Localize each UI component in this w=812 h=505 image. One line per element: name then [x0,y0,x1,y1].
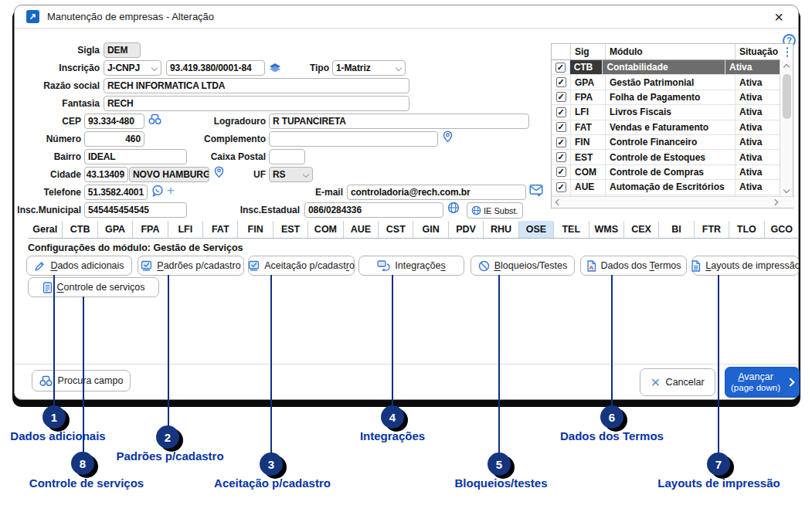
table-row[interactable]: ✓ LFI Livros Fiscais Ativa [552,105,780,120]
tab-tel[interactable]: TEL [554,221,589,238]
annotation-label-8: Controle de serviços [21,476,152,490]
table-row[interactable]: ✓ AUE Automação de Escritórios Ativa [552,180,780,195]
dados-adicionais-button[interactable]: Dados adicionais [26,256,132,276]
tab-gco[interactable]: GCO [765,221,799,238]
tipo-select[interactable]: 1-Matriz [332,60,406,76]
globe-icon[interactable] [447,202,460,214]
tab-gpa[interactable]: GPA [98,221,133,238]
annotation-line-6 [611,275,613,408]
tab-gin[interactable]: GIN [413,221,448,238]
bloqueios-testes-button[interactable]: Bloqueios/Testes [471,256,575,276]
table-row[interactable]: ✓ FAT Vendas e Faturamento Ativa [552,120,780,135]
tab-bi[interactable]: BI [659,221,694,238]
tab-com[interactable]: COM [308,221,343,238]
tab-wms[interactable]: WMS [589,221,624,238]
razao-field[interactable]: RECH INFORMATICA LTDA [104,78,409,93]
add-phone-icon[interactable]: + [167,183,175,198]
tab-fin[interactable]: FIN [238,221,273,238]
email-field[interactable]: controladoria@rech.com.br [347,185,526,200]
cnpj-field[interactable]: 93.419.380/0001-84 [166,60,265,76]
numero-field[interactable]: 460 [84,131,144,147]
vertical-scrollbar[interactable] [780,60,793,197]
horizontal-scrollbar[interactable] [552,196,794,208]
layouts-impressao-button[interactable]: Layouts de impressão [692,256,799,276]
module-checkbox[interactable]: ✓ [556,77,566,87]
aceitacao-cadastro-button[interactable]: Aceitação p/cadastro [248,256,355,276]
binoculars-icon[interactable] [148,114,161,125]
procura-campo-button[interactable]: Procura campo [32,370,131,391]
tab-cst[interactable]: CST [379,221,413,238]
tab-fat[interactable]: FAT [203,221,238,238]
table-row[interactable]: ✓ CTB Contabilidade Ativa [552,60,780,75]
ie-subst-button[interactable]: IE Subst. [467,202,523,219]
dados-termos-button[interactable]: Dados dos Termos [580,256,687,276]
cep-field[interactable]: 93.334-480 [84,114,144,129]
fantasia-field[interactable]: RECH [104,96,409,111]
insc-municipal-field[interactable]: 545445454545 [84,202,187,218]
table-row[interactable]: ✓ EST Controle de Estoques Ativa [552,150,780,164]
location-pin-icon[interactable] [443,130,453,143]
module-checkbox[interactable]: ✓ [556,122,566,132]
telefone-label: Telefone [15,187,81,198]
tab-ose-active[interactable]: OSE [519,221,554,238]
annotation-badge-4: 4 [381,405,404,429]
module-checkbox[interactable]: ✓ [556,107,566,117]
cancelar-button[interactable]: × Cancelar [640,368,715,396]
tab-pdv[interactable]: PDV [449,221,484,238]
table-row[interactable]: ✓ FIN Controle Financeiro Ativa [552,135,780,150]
bairro-field[interactable]: IDEAL [84,149,187,164]
scrollbar-thumb[interactable] [783,74,791,119]
annotation-label-4: Integrações [338,429,447,442]
integracoes-button[interactable]: Integrações [358,256,464,276]
module-checkbox[interactable]: ✓ [555,63,566,73]
module-checkbox[interactable]: ✓ [556,137,566,147]
module-checkbox[interactable]: ✓ [556,92,566,102]
table-menu-icon[interactable] [786,47,789,57]
block-icon [478,260,490,272]
controle-servicos-button[interactable]: Controle de serviços [28,277,159,297]
tab-lfi[interactable]: LFI [168,221,203,238]
module-config-title: Configurações do módulo: Gestão de Servi… [28,242,243,253]
close-icon[interactable]: × [769,7,789,27]
header-situacao[interactable]: Situação [736,44,780,59]
insc-estadual-field[interactable]: 086/0284336 [304,202,443,218]
header-sig[interactable]: Sig [571,44,606,59]
tab-ctb[interactable]: CTB [63,221,97,238]
insc-municipal-label: Insc.Municipal [15,205,81,215]
scroll-up-icon[interactable] [783,64,790,70]
scroll-left-icon[interactable] [555,199,562,205]
modules-table-header: Sig Módulo Situação [552,44,780,60]
annotation-line-3 [270,275,272,454]
caixa-postal-field[interactable] [269,149,305,164]
tab-ftr[interactable]: FTR [695,221,729,238]
scroll-down-icon[interactable] [783,187,790,193]
chevron-right-icon [786,378,794,386]
module-checkbox[interactable]: ✓ [556,167,566,177]
tab-rhu[interactable]: RHU [484,221,518,238]
scroll-right-icon[interactable] [772,199,778,205]
annotation-label-1: Dados adicionais [0,429,116,442]
tab-est[interactable]: EST [273,221,308,238]
telefone-field[interactable]: 51.3582.4001 [84,185,148,200]
annotation-label-3: Aceitação p/cadastro [209,476,336,490]
table-row[interactable]: ✓ GPA Gestão Patrimonial Ativa [552,75,780,90]
tab-geral[interactable]: Geral [28,221,63,238]
tab-aue[interactable]: AUE [344,221,379,238]
complemento-field[interactable] [269,131,438,147]
table-row[interactable]: ✓ COM Controle de Compras Ativa [552,165,780,180]
tab-cex[interactable]: CEX [624,221,659,238]
table-row[interactable]: ✓ FPA Folha de Pagamento Ativa [552,90,780,105]
mail-icon[interactable] [529,184,543,196]
padroes-cadastro-button[interactable]: Padrões p/cadastro [138,256,244,276]
module-checkbox[interactable]: ✓ [556,152,566,162]
logradouro-label: Logradouro [189,116,266,127]
avancar-button[interactable]: Avançar (page down) [725,367,800,398]
header-modulo[interactable]: Módulo [606,44,736,59]
tab-tlo[interactable]: TLO [729,221,764,238]
module-checkbox[interactable]: ✓ [556,182,566,192]
whatsapp-icon[interactable] [151,185,164,197]
cidade-codigo-field[interactable]: 43.13409 [84,167,128,182]
tab-fpa[interactable]: FPA [133,221,168,238]
inscricao-type-select[interactable]: J-CNPJ [104,60,161,76]
logradouro-field[interactable]: R TUPANCIRETA [269,114,529,129]
